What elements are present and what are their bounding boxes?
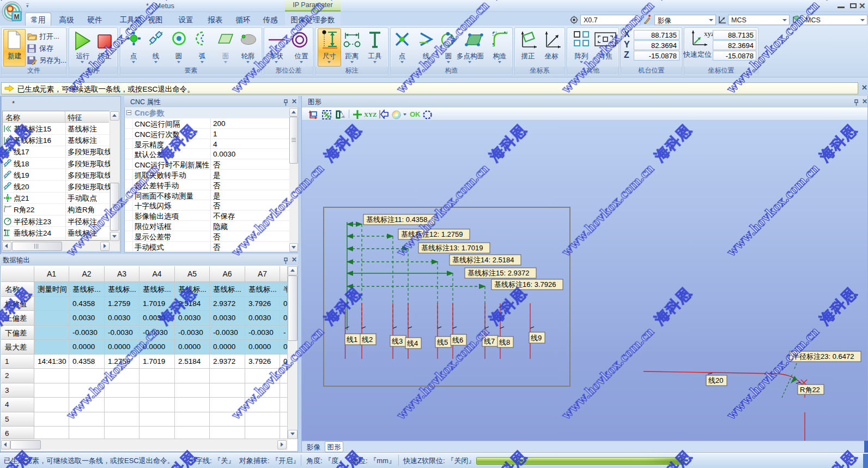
svg-text:半径标注23: 0.6472: 半径标注23: 0.6472 <box>792 352 854 361</box>
svg-text:基线标注13: 1.7019: 基线标注13: 1.7019 <box>421 244 483 252</box>
svg-text:基线标注11: 0.4358: 基线标注11: 0.4358 <box>366 215 427 224</box>
svg-text:线3: 线3 <box>392 337 403 345</box>
svg-text:基线标注15: 2.9372: 基线标注15: 2.9372 <box>468 269 529 277</box>
svg-text:基线标注12: 1.2759: 基线标注12: 1.2759 <box>401 230 463 238</box>
svg-text:线1: 线1 <box>347 335 357 344</box>
svg-text:线2: 线2 <box>362 335 373 344</box>
svg-text:线9: 线9 <box>531 334 542 342</box>
svg-text:M: M <box>14 13 20 21</box>
svg-text:线6: 线6 <box>452 336 463 344</box>
svg-text:R角22: R角22 <box>800 386 820 394</box>
svg-text:线5: 线5 <box>437 338 448 346</box>
svg-text:基线标注16: 3.7926: 基线标注16: 3.7926 <box>494 280 556 289</box>
svg-text:基线标注14: 2.5184: 基线标注14: 2.5184 <box>452 256 514 264</box>
svg-text:线7: 线7 <box>484 337 495 345</box>
svg-text:线4: 线4 <box>407 339 418 347</box>
svg-text:线20: 线20 <box>708 376 723 385</box>
svg-text:线8: 线8 <box>499 338 510 346</box>
